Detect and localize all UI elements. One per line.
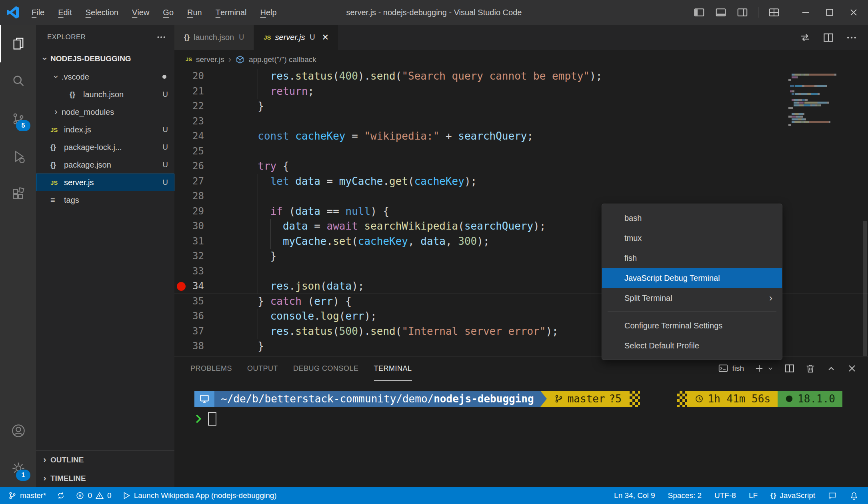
tab-launch-json[interactable]: {}launch.jsonU xyxy=(174,25,254,50)
panel-tab-problems[interactable]: PROBLEMS xyxy=(190,356,232,381)
maximize-button[interactable] xyxy=(818,0,842,25)
panel-tab-terminal[interactable]: TERMINAL xyxy=(374,356,412,381)
menu-view[interactable]: View xyxy=(125,0,156,25)
close-panel-icon[interactable] xyxy=(846,363,858,374)
minimap-line xyxy=(788,97,843,100)
maximize-panel-icon[interactable] xyxy=(826,363,837,374)
minimap-line xyxy=(788,111,843,114)
minimap[interactable] xyxy=(788,72,843,125)
tree-item-server-js[interactable]: JSserver.jsU xyxy=(36,174,174,191)
menu-terminal[interactable]: Terminal xyxy=(209,0,254,25)
code-text[interactable]: const cacheKey = "wikipedia:" + searchQu… xyxy=(245,129,868,144)
breakpoint-gutter[interactable] xyxy=(174,279,188,294)
minimap-token xyxy=(820,104,821,106)
tab-server-js[interactable]: JSserver.jsU× xyxy=(254,25,338,50)
breadcrumb-symbol[interactable]: app.get("/") callback xyxy=(249,55,316,64)
tree-item-package-json[interactable]: {}package.jsonU xyxy=(36,156,174,174)
menu-edit[interactable]: Edit xyxy=(51,0,78,25)
terminal-profile-chip[interactable]: fish xyxy=(718,363,744,374)
activity-source-control[interactable]: 5 xyxy=(0,100,36,138)
code-text[interactable]: let data = myCache.get(cacheKey); xyxy=(245,174,868,189)
split-editor-icon[interactable] xyxy=(822,32,834,44)
minimize-button[interactable] xyxy=(794,0,818,25)
menu-selection[interactable]: Selection xyxy=(79,0,125,25)
menu-item-javascript-debug-terminal[interactable]: JavaScript Debug Terminal xyxy=(602,268,782,288)
close-icon[interactable]: × xyxy=(322,32,328,43)
terminal-input-line[interactable] xyxy=(194,411,868,427)
section-outline[interactable]: › OUTLINE xyxy=(36,450,174,469)
tree-item-tags[interactable]: ≡tags xyxy=(36,191,174,209)
feedback-status[interactable] xyxy=(828,491,837,500)
eol[interactable]: LF xyxy=(749,491,758,500)
toggle-sidebar-icon[interactable] xyxy=(693,6,705,18)
panel-tab-debug-console[interactable]: DEBUG CONSOLE xyxy=(293,356,359,381)
menu-item-configure-terminal-settings[interactable]: Configure Terminal Settings xyxy=(602,316,782,336)
tree-item-node-modules[interactable]: ›node_modules xyxy=(36,103,174,121)
more-actions-icon[interactable] xyxy=(156,32,166,42)
terminal-dropdown-icon[interactable] xyxy=(766,364,774,372)
more-actions-icon[interactable] xyxy=(846,32,858,44)
menu-go[interactable]: Go xyxy=(156,0,180,25)
indentation[interactable]: Spaces: 2 xyxy=(668,491,702,500)
new-terminal-icon[interactable] xyxy=(754,363,765,374)
split-terminal-icon[interactable] xyxy=(784,363,795,374)
code-text[interactable]: } xyxy=(245,99,868,114)
workspace-root-row[interactable]: › NODEJS-DEBUGGING xyxy=(36,50,174,68)
code-text[interactable]: try { xyxy=(245,159,868,174)
token: ); xyxy=(477,235,489,247)
tree-item-vscode[interactable]: ›.vscode xyxy=(36,68,174,86)
toggle-secondary-sidebar-icon[interactable] xyxy=(736,6,748,18)
braces-icon: {} xyxy=(770,492,776,500)
language-mode[interactable]: {} JavaScript xyxy=(770,491,815,500)
customize-layout-icon[interactable] xyxy=(768,6,780,18)
tree-item-index-js[interactable]: JSindex.jsU xyxy=(36,121,174,138)
token: ; xyxy=(527,130,533,142)
encoding[interactable]: UTF-8 xyxy=(714,491,736,500)
close-button[interactable] xyxy=(842,0,866,25)
menu-item-select-default-profile[interactable]: Select Default Profile xyxy=(602,336,782,356)
notifications-status[interactable] xyxy=(850,491,858,500)
code-text[interactable]: res.status(400).send("Search query canno… xyxy=(245,69,868,84)
code-text[interactable] xyxy=(245,144,868,159)
activity-explorer[interactable] xyxy=(0,25,36,62)
tree-item-package-lock-j[interactable]: {}package-lock.j...U xyxy=(36,138,174,156)
activity-search[interactable] xyxy=(0,62,36,100)
menu-run[interactable]: Run xyxy=(180,0,209,25)
minimap-token xyxy=(788,104,794,106)
debug-launch-status[interactable]: Launch Wikipedia App (nodejs-debugging) xyxy=(122,491,277,500)
code-text[interactable] xyxy=(245,114,868,129)
code-text[interactable]: return; xyxy=(245,84,868,99)
code-text[interactable] xyxy=(245,189,868,204)
minimap-token xyxy=(805,99,808,101)
panel-tab-output[interactable]: OUTPUT xyxy=(247,356,278,381)
scm-badge: 5 xyxy=(16,120,30,131)
breadcrumb-file[interactable]: server.js xyxy=(196,55,224,64)
editor-scrollbar[interactable] xyxy=(863,221,867,356)
menu-item-tmux[interactable]: tmux xyxy=(602,228,782,248)
activity-run-debug[interactable] xyxy=(0,138,36,175)
kill-terminal-icon[interactable] xyxy=(805,363,816,374)
menu-item-bash[interactable]: bash xyxy=(602,208,782,228)
token: ); xyxy=(590,70,602,82)
problems-status[interactable]: 0 0 xyxy=(76,491,111,500)
open-changes-icon[interactable] xyxy=(799,32,811,44)
bell-icon xyxy=(850,491,858,500)
activity-extensions[interactable] xyxy=(0,175,36,213)
token: null xyxy=(346,205,371,217)
cursor-position[interactable]: Ln 34, Col 9 xyxy=(614,491,655,500)
sync-status[interactable] xyxy=(56,491,65,500)
tree-item-launch-json[interactable]: {}launch.jsonU xyxy=(36,86,174,103)
branch-status[interactable]: master* xyxy=(8,491,46,500)
terminal[interactable]: ~/de/b/betterstack-community/demo/nodejs… xyxy=(174,380,868,427)
token: console xyxy=(270,310,314,322)
section-timeline[interactable]: › TIMELINE xyxy=(36,469,174,487)
minimap-token xyxy=(788,107,793,109)
activity-account[interactable] xyxy=(0,412,36,450)
menu-help[interactable]: Help xyxy=(254,0,284,25)
menu-file[interactable]: File xyxy=(25,0,51,25)
activity-settings[interactable]: 1 xyxy=(0,450,36,487)
gutter-cell xyxy=(174,159,188,174)
toggle-panel-icon[interactable] xyxy=(715,6,727,18)
menu-item-fish[interactable]: fish xyxy=(602,248,782,268)
menu-item-split-terminal[interactable]: Split Terminal› xyxy=(602,288,782,308)
